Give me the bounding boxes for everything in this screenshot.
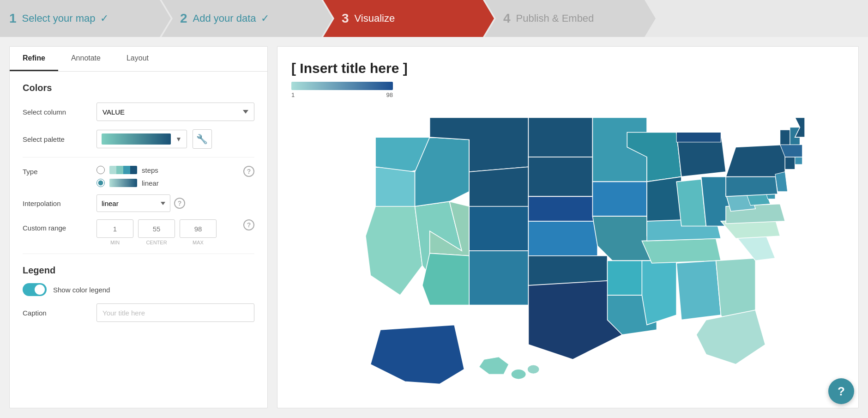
type-options: steps linear: [96, 166, 240, 187]
column-dropdown[interactable]: VALUE: [96, 103, 254, 121]
color-scale: 1 98: [291, 82, 844, 98]
steps-gradient-preview: [109, 166, 137, 174]
min-input-group: MIN: [96, 219, 133, 245]
scale-min-label: 1: [291, 91, 295, 98]
palette-gradient: [102, 133, 171, 145]
type-steps-label: steps: [142, 166, 158, 174]
range-help-icon[interactable]: ?: [243, 219, 254, 230]
min-label: MIN: [110, 240, 120, 245]
color-scale-labels: 1 98: [291, 91, 393, 98]
map-container: [291, 108, 844, 394]
map-title: [ Insert title here ]: [291, 61, 844, 76]
type-radio-linear[interactable]: [96, 179, 105, 187]
legend-toggle-label: Show color legend: [53, 286, 110, 294]
color-scale-bar: [291, 82, 393, 90]
state-hi: [479, 357, 509, 374]
state-ne: [528, 196, 597, 221]
column-row: Select column VALUE: [23, 103, 254, 121]
min-input[interactable]: [96, 219, 133, 238]
palette-row: Select palette ▼ 🔧: [23, 129, 254, 149]
type-option-linear[interactable]: linear: [96, 179, 240, 187]
state-ok: [528, 256, 607, 285]
state-in: [676, 179, 706, 226]
type-linear-label: linear: [142, 179, 159, 187]
wizard-step-3[interactable]: 3 Visualize: [323, 0, 494, 37]
main-layout: Refine Annotate Layout Colors Select col…: [0, 37, 868, 418]
state-ca: [366, 206, 422, 295]
state-hi-3: [527, 365, 539, 374]
state-fl: [696, 310, 766, 364]
custom-range-label: Custom range: [23, 219, 96, 232]
step-4-num: 4: [503, 11, 511, 26]
wrench-icon: 🔧: [196, 133, 208, 145]
step-1-num: 1: [9, 11, 17, 26]
center-input-group: CENTER: [138, 219, 175, 245]
state-pa: [726, 174, 778, 196]
palette-arrow-icon: ▼: [175, 135, 182, 143]
help-icon: ?: [838, 384, 845, 399]
tab-annotate[interactable]: Annotate: [58, 47, 114, 71]
step-1-check: ✓: [100, 12, 108, 24]
caption-input[interactable]: [96, 303, 254, 322]
state-ct: [785, 157, 795, 170]
wizard-bar: 1 Select your map ✓ 2 Add your data ✓ 3 …: [0, 0, 868, 37]
legend-title: Legend: [23, 265, 254, 276]
type-radio-steps[interactable]: [96, 166, 105, 174]
type-help-icon[interactable]: ?: [243, 166, 254, 177]
colors-title: Colors: [23, 83, 254, 93]
step-1-label: Select your map: [22, 12, 96, 24]
type-label: Type: [23, 166, 96, 176]
caption-row: Caption: [23, 303, 254, 322]
max-input[interactable]: [180, 219, 217, 238]
type-option-steps[interactable]: steps: [96, 166, 240, 174]
divider-2: [23, 254, 254, 254]
scale-max-label: 98: [386, 91, 393, 98]
palette-settings-button[interactable]: 🔧: [193, 129, 212, 149]
left-panel: Refine Annotate Layout Colors Select col…: [9, 46, 268, 408]
wizard-step-1[interactable]: 1 Select your map ✓: [0, 0, 171, 37]
state-wy: [469, 167, 528, 206]
state-co: [469, 206, 528, 251]
caption-label: Caption: [23, 309, 96, 317]
tab-layout[interactable]: Layout: [114, 47, 162, 71]
step-3-label: Visualize: [355, 12, 395, 24]
step-2-check: ✓: [261, 12, 269, 24]
legend-section: Legend Show color legend Caption: [23, 265, 254, 322]
state-mo: [592, 216, 651, 260]
state-ri: [795, 157, 802, 164]
palette-label: Select palette: [23, 135, 96, 143]
interpolation-dropdown[interactable]: linear quantile jenks: [96, 194, 170, 212]
interpolation-help-icon[interactable]: ?: [174, 198, 185, 209]
divider-1: [23, 157, 254, 158]
wizard-step-2[interactable]: 2 Add your data ✓: [162, 0, 332, 37]
interpolation-label: Interpolation: [23, 200, 96, 207]
interpolation-row: Interpolation linear quantile jenks ?: [23, 194, 254, 212]
show-legend-toggle[interactable]: [23, 283, 47, 296]
wizard-step-4[interactable]: 4 Publish & Embed: [485, 0, 656, 37]
linear-gradient-preview: [109, 179, 137, 187]
tab-bar: Refine Annotate Layout: [10, 47, 267, 72]
state-mi-up: [676, 132, 721, 142]
state-nd: [528, 117, 592, 157]
step-3-num: 3: [342, 11, 349, 26]
center-input[interactable]: [138, 219, 175, 238]
state-ks: [528, 221, 597, 256]
center-label: CENTER: [146, 240, 167, 245]
legend-toggle-row: Show color legend: [23, 283, 254, 296]
max-label: MAX: [193, 240, 204, 245]
state-ak: [370, 325, 464, 384]
state-ny: [726, 145, 785, 176]
state-nj: [775, 172, 788, 192]
range-inputs: MIN CENTER MAX: [96, 219, 240, 245]
type-row: Type steps linear ?: [23, 166, 254, 187]
state-sd: [528, 157, 592, 197]
state-vt: [780, 130, 790, 145]
help-fab-button[interactable]: ?: [828, 378, 854, 404]
panel-content: Colors Select column VALUE Select palett…: [10, 83, 267, 322]
us-map-svg: [291, 108, 844, 394]
state-al: [676, 260, 721, 320]
toggle-knob: [35, 285, 45, 295]
palette-selector[interactable]: ▼: [96, 130, 187, 148]
column-label: Select column: [23, 108, 96, 116]
tab-refine[interactable]: Refine: [10, 47, 58, 71]
